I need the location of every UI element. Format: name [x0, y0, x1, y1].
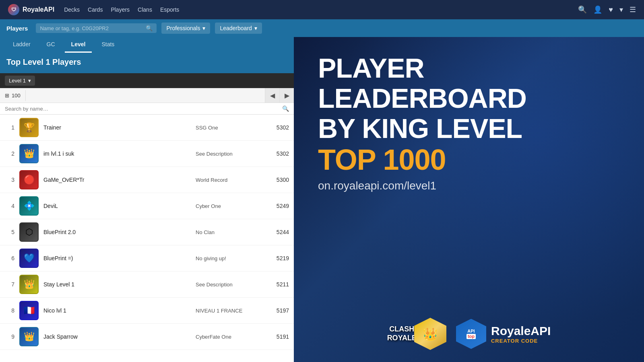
- user-icon[interactable]: 👤: [593, 5, 602, 14]
- clan-7: See Description: [196, 282, 260, 288]
- player-name-3: GaMe_OvER*Tr: [43, 177, 191, 183]
- player-name-8: Nico lvl 1: [43, 307, 191, 314]
- table-row[interactable]: 2 👑 im lvl.1 i suk See Description 5302: [0, 141, 294, 167]
- count-value: 100: [12, 93, 21, 99]
- promo-line1: PLAYER: [318, 53, 620, 83]
- table-row[interactable]: 3 🔴 GaMe_OvER*Tr World Record 5300: [0, 167, 294, 193]
- search-icon-small: 🔍: [146, 25, 153, 31]
- nav-players[interactable]: Players: [111, 5, 130, 14]
- score-5: 5244: [265, 229, 289, 235]
- right-panel: PLAYER LEADERBOARD BY KING LEVEL TOP 100…: [294, 37, 644, 362]
- player-name-7: Stay Level 1: [43, 281, 191, 288]
- prev-arrow[interactable]: ◀: [265, 88, 279, 103]
- level-dropdown[interactable]: Level 1 ▾: [5, 76, 35, 86]
- table-row[interactable]: 5 ⬡ BluePrint 2.0 No Clan 5244: [0, 219, 294, 245]
- leaderboard-dropdown[interactable]: Leaderboard ▾: [215, 23, 262, 34]
- table-row[interactable]: 8 🇫🇷 Nico lvl 1 NIVEAU 1 FRANCE 5197: [0, 298, 294, 324]
- search-input[interactable]: [40, 25, 146, 31]
- rank-6: 6: [5, 255, 14, 261]
- rank-7: 7: [5, 281, 14, 288]
- clan-4: Cyber One: [196, 203, 260, 209]
- chevron-icon: ▾: [202, 25, 205, 31]
- tab-level[interactable]: Level: [65, 37, 92, 53]
- table-row[interactable]: 4 💠 DeviL Cyber One 5249: [0, 193, 294, 219]
- score-3: 5300: [265, 177, 289, 183]
- logo[interactable]: 🛡 RoyaleAPI: [8, 4, 54, 15]
- avatar-6: 💙: [19, 249, 39, 268]
- search-row[interactable]: 🔍: [0, 103, 294, 115]
- chevron-down-icon[interactable]: ▾: [619, 5, 623, 14]
- promo-top1000: TOP 1000: [318, 143, 620, 176]
- logo-text: RoyaleAPI: [23, 6, 54, 13]
- clan-9: CyberFate One: [196, 334, 260, 340]
- table-row[interactable]: 1 🏆 Trainer SSG One 5302: [0, 115, 294, 141]
- player-name-9: Jack Sparrow: [43, 333, 191, 340]
- chevron-icon-2: ▾: [254, 25, 257, 31]
- sub-nav: Players 🔍 Professionals ▾ Leaderboard ▾: [0, 19, 644, 37]
- api-icon-bottom: top: [466, 334, 476, 339]
- tab-stats[interactable]: Stats: [95, 37, 121, 53]
- table-row[interactable]: 7 👑 Stay Level 1 See Description 5211: [0, 272, 294, 298]
- leaderboard-table: 1 🏆 Trainer SSG One 5302 2 👑 im lvl.1 i …: [0, 115, 294, 362]
- table-row[interactable]: 9 👑 Jack Sparrow CyberFate One 5191: [0, 324, 294, 350]
- level-label: Level 1: [9, 78, 26, 84]
- logo-icon: 🛡: [8, 4, 19, 15]
- clan-3: World Record: [196, 177, 260, 183]
- tab-gc[interactable]: GC: [40, 37, 62, 53]
- promo-line3: BY KING LEVEL: [318, 113, 620, 144]
- table-row[interactable]: 6 💙 BluePrint =) No giving up! 5219: [0, 245, 294, 272]
- tab-ladder[interactable]: Ladder: [6, 37, 37, 53]
- api-text-sub: CREATOR CODE: [491, 338, 551, 344]
- nav-clans[interactable]: Clans: [138, 5, 152, 14]
- page-title-bar: Top Level 1 Players: [0, 53, 294, 73]
- promo-url: on.royaleapi.com/level1: [318, 179, 620, 192]
- col-count-box: ⊞ 100: [0, 90, 26, 101]
- top-nav: 🛡 RoyaleAPI Decks Cards Players Clans Es…: [0, 0, 644, 19]
- rank-3: 3: [5, 177, 14, 183]
- avatar-2: 👑: [19, 144, 39, 163]
- rank-9: 9: [5, 333, 14, 340]
- menu-icon[interactable]: ☰: [630, 5, 636, 14]
- clan-6: No giving up!: [196, 255, 260, 261]
- grid-icon: ⊞: [5, 93, 9, 99]
- professionals-dropdown[interactable]: Professionals ▾: [161, 23, 210, 34]
- player-name-6: BluePrint =): [43, 255, 191, 261]
- royale-api-logo: API top RoyaleAPI CREATOR CODE: [456, 319, 551, 349]
- search-icon[interactable]: 🔍: [578, 5, 587, 14]
- rank-8: 8: [5, 307, 14, 314]
- left-panel: Ladder GC Level Stats Top Level 1 Player…: [0, 37, 294, 362]
- avatar-3: 🔴: [19, 170, 39, 189]
- name-search-input[interactable]: [5, 106, 282, 112]
- avatar-9: 👑: [19, 327, 39, 346]
- score-8: 5197: [265, 307, 289, 314]
- nav-icons: 🔍 👤 ♥ ▾ ☰: [578, 5, 636, 14]
- avatar-7: 👑: [19, 275, 39, 294]
- avatar-5: ⬡: [19, 222, 39, 242]
- clash-royale-logo: CLASH ROYALE 👑: [387, 318, 446, 350]
- rank-1: 1: [5, 124, 14, 131]
- score-4: 5249: [265, 203, 289, 209]
- heart-icon[interactable]: ♥: [609, 6, 613, 14]
- score-2: 5302: [265, 150, 289, 157]
- chevron-icon-3: ▾: [28, 78, 31, 84]
- search-box[interactable]: 🔍: [36, 23, 157, 33]
- main-container: Ladder GC Level Stats Top Level 1 Player…: [0, 37, 644, 362]
- score-6: 5219: [265, 255, 289, 261]
- search-row-icon: 🔍: [282, 105, 289, 112]
- api-text-main: RoyaleAPI: [491, 324, 551, 338]
- royale-text: ROYALE: [387, 334, 417, 343]
- rank-5: 5: [5, 229, 14, 235]
- score-7: 5211: [265, 281, 289, 288]
- clan-8: NIVEAU 1 FRANCE: [196, 308, 260, 314]
- nav-links: Decks Cards Players Clans Esports: [64, 5, 179, 14]
- avatar-8: 🇫🇷: [19, 301, 39, 320]
- promo-text: PLAYER LEADERBOARD BY KING LEVEL TOP 100…: [318, 53, 620, 192]
- nav-esports[interactable]: Esports: [160, 5, 179, 14]
- nav-decks[interactable]: Decks: [64, 5, 80, 14]
- rank-4: 4: [5, 203, 14, 209]
- tabs: Ladder GC Level Stats: [0, 37, 294, 53]
- next-arrow[interactable]: ▶: [279, 88, 294, 103]
- player-name-1: Trainer: [43, 124, 191, 131]
- page-title: Top Level 1 Players: [6, 58, 287, 67]
- nav-cards[interactable]: Cards: [88, 5, 103, 14]
